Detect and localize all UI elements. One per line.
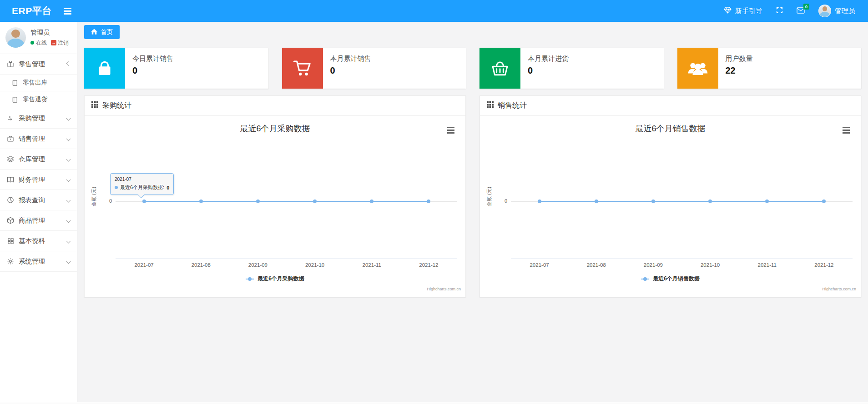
y-axis-label: 金额 (元): [91, 176, 97, 218]
legend-label: 最近6个月销售数据: [653, 275, 700, 283]
stat-card-month-sales[interactable]: 本月累计销售 0: [282, 48, 466, 89]
sidebar-item-goods[interactable]: 商品管理: [0, 210, 77, 231]
chevron-left-icon: [66, 116, 71, 120]
data-point-marker[interactable]: [427, 200, 430, 203]
highcharts-credits-link[interactable]: Highcharts.com.cn: [427, 287, 461, 291]
legend-symbol: [641, 277, 649, 281]
x-axis: 2021-07 2021-08 2021-09 2021-10 2021-11 …: [116, 262, 457, 269]
guide-label: 新手引导: [735, 7, 762, 15]
plot-area: 2021-07 最近6个月采购数据: 0: [116, 116, 457, 259]
chevron-left-icon: [66, 157, 71, 161]
sidebar-item-system[interactable]: 系统管理: [0, 251, 77, 272]
sidebar-item-warehouse[interactable]: 仓库管理: [0, 149, 77, 170]
chevron-left-icon: [66, 198, 71, 202]
legend-item[interactable]: 最近6个月销售数据: [480, 275, 861, 283]
sidebar-user-name: 管理员: [30, 29, 69, 37]
x-axis-label: 2021-07: [530, 262, 549, 268]
sidebar-item-reports[interactable]: 报表查询: [0, 190, 77, 210]
shopping-cart-icon: [282, 48, 323, 89]
stat-card-label: 今日累计销售: [132, 55, 173, 63]
chevron-left-icon: [66, 136, 71, 141]
y-axis-label: 金额 (元): [486, 176, 493, 218]
legend-symbol: [246, 277, 254, 281]
sidebar-user-panel: 管理员 在线 → 注销: [0, 22, 77, 54]
data-point-marker[interactable]: [256, 200, 260, 203]
sidebar-item-label: 基本资料: [19, 237, 45, 245]
sidebar-item-label: 报表查询: [19, 196, 45, 204]
x-axis-label: 2021-07: [134, 262, 153, 268]
sidebar-item-retail[interactable]: 零售管理: [0, 54, 77, 75]
stat-card-value: 0: [132, 65, 173, 76]
tab-home-label: 首页: [101, 28, 113, 36]
sidebar-item-label: 系统管理: [19, 257, 45, 266]
data-point-marker[interactable]: [651, 200, 655, 203]
gear-icon: [6, 258, 15, 265]
grid-icon: [6, 237, 15, 244]
data-point-marker[interactable]: [595, 200, 598, 203]
user-name: 管理员: [835, 7, 855, 15]
chevron-left-icon: [66, 218, 71, 223]
data-point-marker[interactable]: [199, 200, 203, 203]
gift-icon: [6, 60, 15, 68]
data-point-marker[interactable]: [538, 200, 541, 203]
data-point-marker[interactable]: [370, 200, 373, 203]
stat-card-today-sales[interactable]: 今日累计销售 0: [84, 48, 268, 89]
messages-button[interactable]: 0: [797, 7, 805, 15]
sidebar-item-retail-outbound[interactable]: 零售出库: [0, 75, 77, 91]
sidebar-item-label: 采购管理: [19, 114, 45, 123]
x-axis: 2021-07 2021-08 2021-09 2021-10 2021-11 …: [511, 262, 853, 269]
sidebar-item-label: 仓库管理: [19, 155, 45, 164]
shopping-bag-icon: [84, 48, 125, 89]
home-icon: [91, 29, 97, 36]
y-axis-tick: 0: [103, 198, 112, 204]
messages-badge: 0: [803, 4, 809, 10]
data-point-marker[interactable]: [142, 200, 146, 203]
sidebar-item-sales[interactable]: 销售管理: [0, 129, 77, 149]
sidebar-item-label: 零售退货: [23, 95, 47, 104]
data-point-marker[interactable]: [765, 200, 769, 203]
sidebar-item-label: 零售管理: [19, 60, 45, 69]
series-dot-icon: [115, 186, 118, 189]
sidebar-item-purchase[interactable]: 采购管理: [0, 108, 77, 129]
chevron-left-icon: [66, 259, 71, 264]
user-avatar: [818, 5, 831, 17]
top-navbar: ERP平台 新手引导 0: [0, 0, 868, 22]
tab-home[interactable]: 首页: [84, 25, 120, 39]
sidebar-item-label: 零售出库: [23, 79, 47, 87]
data-point-marker[interactable]: [313, 200, 317, 203]
data-point-marker[interactable]: [708, 200, 712, 203]
stat-card-value: 0: [330, 65, 371, 76]
sidebar-item-finance[interactable]: 财务管理: [0, 170, 77, 190]
legend-label: 最近6个月采购数据: [257, 275, 304, 283]
sidebar-item-basic-data[interactable]: 基本资料: [0, 231, 77, 251]
chevron-down-icon: [66, 61, 71, 66]
x-axis-label: 2021-10: [305, 262, 324, 268]
brand-logo[interactable]: ERP平台: [0, 5, 52, 17]
tooltip-series-label: 最近6个月采购数据:: [120, 184, 164, 191]
sidebar-item-label: 销售管理: [19, 135, 45, 143]
box-icon: [6, 217, 15, 224]
journal-icon: [10, 96, 19, 103]
sidebar-item-retail-return[interactable]: 零售退货: [0, 91, 77, 108]
purchase-chart: 最近6个月采购数据 金额 (元) 0 2021-07: [85, 116, 465, 297]
expand-arrows-icon: [776, 7, 783, 15]
guide-link[interactable]: 新手引导: [724, 7, 762, 15]
th-grid-icon: [91, 101, 98, 110]
chart-tooltip: 2021-07 最近6个月采购数据: 0: [110, 173, 174, 195]
sidebar-toggle-button[interactable]: [64, 8, 71, 15]
x-axis-label: 2021-11: [758, 262, 777, 268]
legend-item[interactable]: 最近6个月采购数据: [85, 275, 465, 283]
logout-button[interactable]: → 注销: [51, 39, 69, 47]
highcharts-credits-link[interactable]: Highcharts.com.cn: [822, 287, 856, 291]
x-axis-label: 2021-08: [587, 262, 606, 268]
fullscreen-button[interactable]: [776, 7, 783, 15]
stat-card-value: 22: [726, 65, 753, 76]
tooltip-header: 2021-07: [115, 177, 169, 182]
stat-card-user-count[interactable]: 用户数量 22: [677, 48, 862, 89]
panel-title: 销售统计: [498, 101, 527, 110]
data-point-marker[interactable]: [822, 200, 826, 203]
x-axis-label: 2021-09: [248, 262, 267, 268]
sales-chart: 最近6个月销售数据 金额 (元) 0 2021-07 2021-08: [480, 116, 861, 297]
user-menu[interactable]: 管理员: [818, 5, 855, 17]
stat-card-month-purchases[interactable]: 本月累计进货 0: [479, 48, 664, 89]
